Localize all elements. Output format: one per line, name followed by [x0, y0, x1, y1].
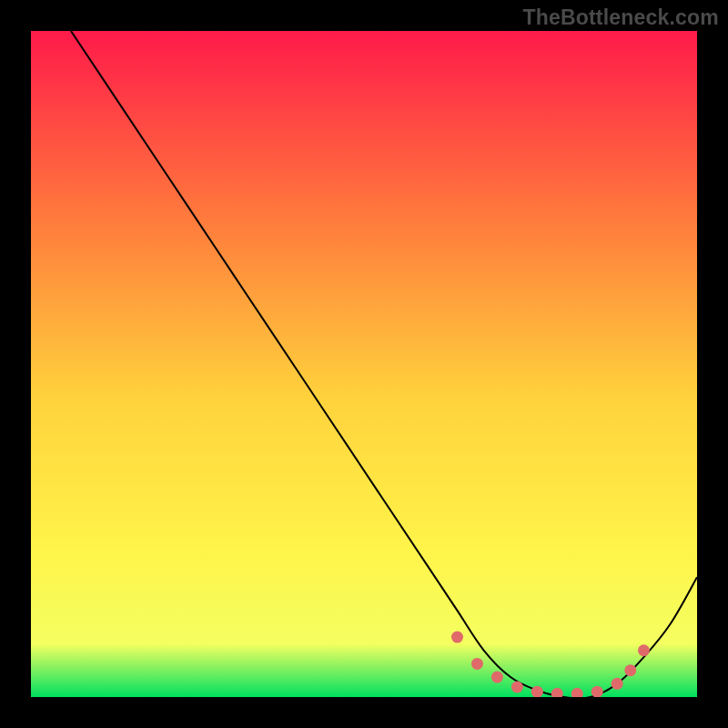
highlight-dot	[451, 632, 463, 643]
highlight-dot	[511, 682, 523, 693]
highlight-dot	[491, 672, 503, 683]
chart-frame: TheBottleneck.com	[0, 0, 728, 728]
highlight-dot	[638, 644, 650, 656]
chart-svg	[31, 31, 697, 697]
gradient-background	[31, 31, 697, 697]
watermark-text: TheBottleneck.com	[522, 5, 719, 30]
plot-area	[31, 31, 697, 697]
highlight-dot	[624, 664, 636, 676]
highlight-dot	[612, 678, 623, 690]
highlight-dot	[471, 658, 483, 670]
